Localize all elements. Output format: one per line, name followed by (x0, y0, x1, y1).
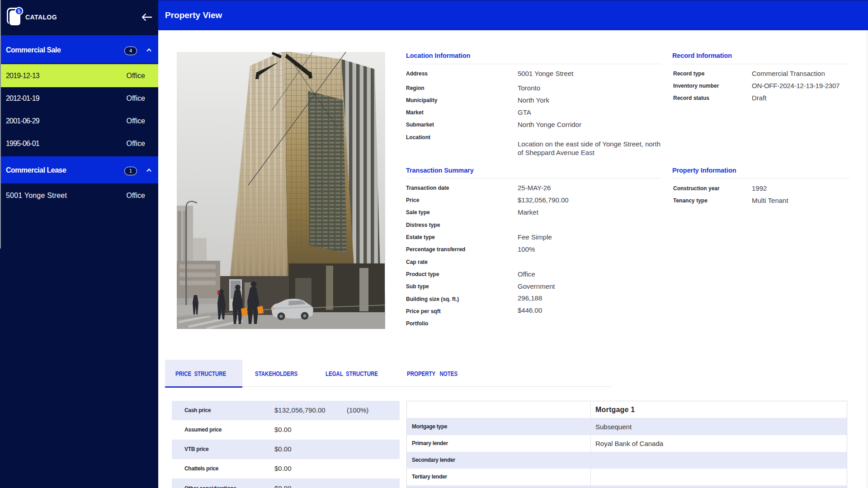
svg-text:5: 5 (18, 9, 20, 14)
